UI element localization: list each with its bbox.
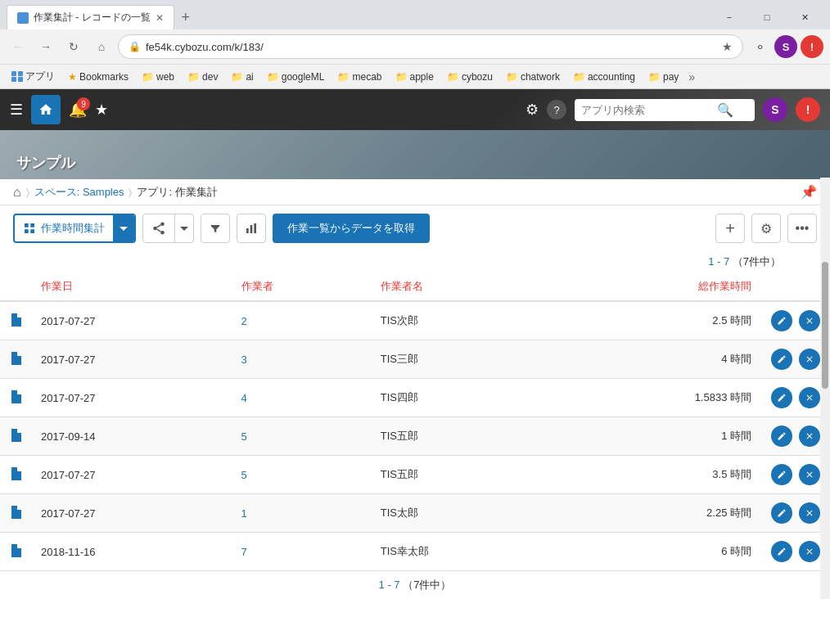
- bookmark-bookmarks[interactable]: ★ Bookmarks: [63, 70, 133, 84]
- forward-button[interactable]: →: [34, 35, 57, 58]
- row-total-hours: 2.25 時間: [555, 494, 761, 533]
- home-button[interactable]: ⌂: [90, 35, 113, 58]
- search-button[interactable]: 🔍: [717, 102, 733, 118]
- view-selector[interactable]: 作業時間集計: [13, 214, 136, 243]
- edit-record-button[interactable]: [771, 541, 792, 562]
- tab-close-button[interactable]: ✕: [156, 12, 164, 24]
- action-cell: [771, 349, 820, 370]
- new-tab-button[interactable]: +: [174, 6, 197, 29]
- bookmark-cybozu[interactable]: 📁 cybozu: [442, 70, 498, 84]
- th-date: 作業日: [31, 272, 232, 301]
- edit-record-button[interactable]: [771, 387, 792, 408]
- user-avatar[interactable]: S: [763, 97, 787, 122]
- edit-record-button[interactable]: [771, 464, 792, 485]
- bookmark-apple[interactable]: 📁 apple: [390, 70, 439, 84]
- breadcrumb-sep-2: 〉: [129, 187, 132, 198]
- close-button[interactable]: ✕: [786, 5, 823, 29]
- active-tab[interactable]: 作業集計 - レコードの一覧 ✕: [7, 5, 174, 29]
- edit-record-button[interactable]: [771, 349, 792, 370]
- view-label: 作業時間集計: [15, 221, 113, 236]
- bookmark-accounting-label: accounting: [588, 71, 635, 83]
- table-settings-button[interactable]: ⚙: [751, 214, 781, 243]
- help-button[interactable]: ?: [547, 100, 566, 119]
- svg-line-3: [156, 229, 160, 232]
- extensions-button[interactable]: ⚬: [748, 35, 771, 58]
- bookmark-apps[interactable]: アプリ: [7, 68, 60, 85]
- chart-button[interactable]: [237, 214, 266, 243]
- delete-record-button[interactable]: [799, 349, 820, 370]
- more-bookmarks-button[interactable]: »: [688, 70, 695, 83]
- grid-icon: [23, 222, 36, 235]
- row-doc-icon: [0, 494, 31, 533]
- profile-button[interactable]: S: [774, 35, 797, 58]
- home-icon-button[interactable]: [31, 95, 61, 124]
- th-icon: [0, 272, 31, 301]
- bookmark-web[interactable]: 📁 web: [137, 70, 179, 84]
- pin-icon[interactable]: 📌: [801, 184, 817, 200]
- more-options-button[interactable]: •••: [787, 214, 817, 243]
- folder-icon: 📁: [506, 71, 518, 83]
- action-cell: [771, 387, 820, 408]
- records-table: 作業日 作業者 作業者名 総作業時間 2017-07-27 2 TIS次郎 2.…: [0, 272, 830, 571]
- breadcrumb-home-icon[interactable]: ⌂: [13, 185, 21, 200]
- view-dropdown-button[interactable]: [113, 215, 134, 241]
- bookmark-chatwork[interactable]: 📁 chatwork: [501, 70, 565, 84]
- graph-icon[interactable]: [143, 214, 174, 242]
- delete-record-button[interactable]: [799, 464, 820, 485]
- address-bar-row: ← → ↻ ⌂ 🔒 fe54k.cybozu.com/k/183/ ★ ⚬ S …: [0, 29, 830, 64]
- scrollbar[interactable]: [820, 178, 830, 599]
- delete-record-button[interactable]: [799, 426, 820, 447]
- filter-icon: [209, 222, 222, 235]
- bookmark-ai[interactable]: 📁 ai: [226, 70, 258, 84]
- delete-record-button[interactable]: [799, 310, 820, 331]
- edit-record-button[interactable]: [771, 502, 792, 524]
- breadcrumb-space-link[interactable]: スペース: Samples: [34, 185, 124, 200]
- bookmark-star-icon[interactable]: ★: [722, 40, 733, 53]
- bookmark-apps-label: アプリ: [25, 70, 55, 83]
- maximize-button[interactable]: □: [748, 5, 786, 29]
- favorite-icon-button[interactable]: ★: [95, 101, 108, 119]
- bookmark-dev[interactable]: 📁 dev: [183, 70, 223, 84]
- minimize-button[interactable]: −: [710, 5, 748, 29]
- delete-record-button[interactable]: [799, 502, 820, 524]
- graph-button[interactable]: [142, 214, 194, 243]
- svg-rect-5: [246, 228, 249, 233]
- row-date: 2017-07-27: [31, 494, 232, 533]
- delete-record-button[interactable]: [799, 541, 820, 562]
- bookmark-googleML-label: googleML: [282, 71, 325, 83]
- alert-button[interactable]: !: [801, 35, 823, 58]
- bookmark-accounting[interactable]: 📁 accounting: [568, 70, 640, 84]
- bookmark-apple-label: apple: [410, 71, 434, 83]
- graph-dropdown-button[interactable]: [174, 214, 193, 242]
- document-icon: [10, 429, 21, 442]
- record-count-total: （7件中）: [733, 255, 781, 268]
- address-box[interactable]: 🔒 fe54k.cybozu.com/k/183/ ★: [118, 34, 743, 59]
- title-bar: 作業集計 - レコードの一覧 ✕ + − □ ✕: [0, 0, 830, 29]
- bookmark-mecab-label: mecab: [352, 71, 381, 83]
- row-worker-name: TIS三郎: [371, 340, 555, 379]
- scrollbar-thumb[interactable]: [822, 262, 828, 389]
- back-button[interactable]: ←: [7, 35, 29, 58]
- filter-button[interactable]: [201, 214, 230, 243]
- row-worker-id: 3: [232, 340, 371, 379]
- hamburger-menu-button[interactable]: ☰: [10, 101, 23, 119]
- get-data-button[interactable]: 作業一覧からデータを取得: [273, 214, 430, 243]
- user-notification-button[interactable]: !: [796, 97, 820, 122]
- edit-record-button[interactable]: [771, 426, 792, 447]
- settings-icon-button[interactable]: ⚙: [526, 101, 539, 119]
- folder-icon: 📁: [573, 71, 585, 83]
- bookmark-mecab[interactable]: 📁 mecab: [332, 70, 386, 84]
- browser-toolbar-icons: ⚬ S !: [748, 35, 823, 58]
- search-input[interactable]: [581, 104, 712, 116]
- edit-record-button[interactable]: [771, 310, 792, 331]
- folder-icon: 📁: [267, 71, 279, 83]
- bookmark-pay[interactable]: 📁 pay: [643, 70, 683, 84]
- reload-button[interactable]: ↻: [62, 35, 85, 58]
- row-date: 2017-07-27: [31, 456, 232, 494]
- svg-point-2: [160, 231, 165, 235]
- delete-record-button[interactable]: [799, 387, 820, 408]
- row-date: 2017-07-27: [31, 379, 232, 417]
- add-record-button[interactable]: +: [715, 214, 745, 243]
- bookmark-googleML[interactable]: 📁 googleML: [262, 70, 330, 84]
- bar-chart-icon: [245, 222, 258, 235]
